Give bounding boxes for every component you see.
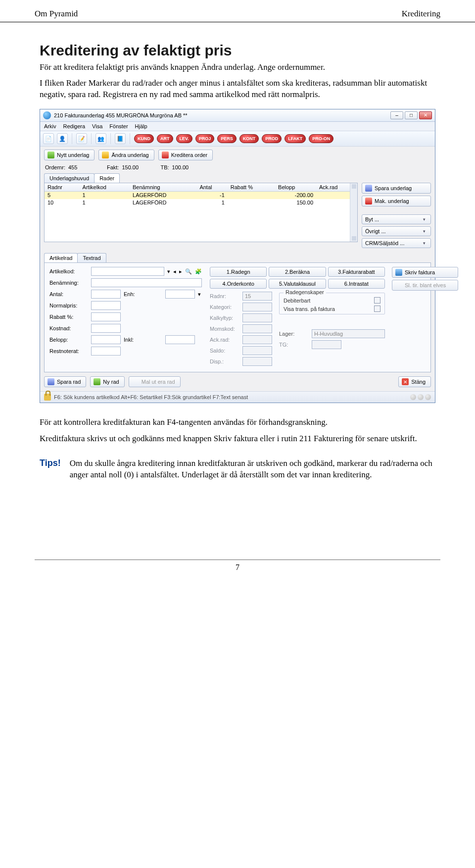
- pill-lfakt[interactable]: LFAKT: [285, 134, 306, 143]
- table-row[interactable]: 10 1 LAGERFÖRD 1 150.00: [45, 199, 357, 206]
- mal-rad-button: Mal ut era rad: [129, 376, 181, 387]
- artikelkod-input[interactable]: [91, 267, 164, 276]
- visatrans-checkbox[interactable]: [374, 306, 380, 312]
- separator: [72, 133, 72, 144]
- table-row[interactable]: 5 1 LAGERFÖRD -1 -200.00: [45, 192, 357, 199]
- tab-artikelrad[interactable]: Artikelrad: [44, 253, 78, 262]
- normalpris-input[interactable]: [91, 301, 121, 310]
- status-text: F6: Sök kundens artikelkod Alt+F6: Setar…: [54, 394, 248, 400]
- rabatt-input[interactable]: [91, 312, 121, 321]
- benamning-input[interactable]: [91, 278, 202, 287]
- skriv-faktura-button[interactable]: Skriv faktura: [392, 267, 458, 278]
- para-2: I fliken Rader Markerar du rad/rader och…: [40, 78, 435, 100]
- group-title: Radegenskaper: [284, 289, 326, 295]
- enh-input[interactable]: [165, 290, 195, 299]
- disabled-icon: [395, 282, 402, 289]
- lbl-artikelkod: Artikelkod:: [49, 268, 88, 274]
- lbl-enh: Enh:: [124, 291, 162, 297]
- btn-orderkonto[interactable]: 4.Orderkonto: [210, 279, 267, 289]
- save-icon: [365, 185, 372, 192]
- order-label: Ordernr:: [45, 164, 65, 170]
- byt-dropdown[interactable]: Byt ...: [362, 214, 431, 224]
- restnoterat-input[interactable]: [91, 347, 121, 356]
- tb-label: TB:: [160, 164, 169, 170]
- prev-icon[interactable]: ◂: [173, 268, 176, 275]
- btn-radegn[interactable]: 1.Radegn: [210, 267, 267, 277]
- dropdown-icon[interactable]: ▾: [167, 268, 170, 275]
- menu-visa[interactable]: Visa: [92, 123, 102, 129]
- inkl-input[interactable]: [165, 335, 195, 344]
- col-radnr[interactable]: Radnr: [45, 183, 80, 192]
- next-icon[interactable]: ▸: [179, 268, 182, 275]
- radnr-field: [242, 292, 272, 301]
- tips-label: Tips!: [40, 458, 61, 480]
- rows-grid[interactable]: Radnr Artikelkod Benämning Antal Rabatt …: [44, 183, 358, 242]
- tool-icon-3[interactable]: 📝: [76, 133, 87, 144]
- spara-rad-button[interactable]: Spara rad: [44, 376, 86, 387]
- ackrad-field: [242, 335, 272, 344]
- menu-fonster[interactable]: Fönster: [109, 123, 128, 129]
- edit-underlag-button[interactable]: Ändra underlag: [98, 150, 154, 160]
- col-rabatt[interactable]: Rabatt %: [228, 183, 275, 192]
- maximize-button[interactable]: □: [405, 111, 418, 119]
- debiterbart-checkbox[interactable]: [374, 297, 380, 304]
- belopp-input[interactable]: [91, 335, 121, 344]
- btn-valutaklausul[interactable]: 5.Valutaklausul: [269, 279, 326, 289]
- antal-input[interactable]: [91, 290, 121, 299]
- kostnad-input[interactable]: [91, 324, 121, 333]
- tool-icon-1[interactable]: 📄: [43, 133, 54, 144]
- pill-kont[interactable]: KONT: [239, 134, 259, 143]
- saldo-field: [242, 346, 272, 355]
- scrollbar[interactable]: [350, 183, 357, 242]
- col-belopp[interactable]: Belopp: [275, 183, 316, 192]
- pill-art[interactable]: ART: [157, 134, 173, 143]
- tree-icon[interactable]: 🧩: [195, 268, 202, 275]
- save-icon: [48, 378, 54, 385]
- menu-arkiv[interactable]: Arkiv: [44, 123, 56, 129]
- momskod-field: [242, 324, 272, 333]
- col-benamning[interactable]: Benämning: [130, 183, 196, 192]
- tab-textrad[interactable]: Textrad: [77, 253, 106, 262]
- tool-icon-5[interactable]: 📘: [115, 133, 126, 144]
- header-left: Om Pyramid: [35, 9, 78, 19]
- pill-lev[interactable]: LEV.: [176, 134, 192, 143]
- lbl-kalkyltyp: Kalkyltyp:: [210, 315, 239, 321]
- pill-kund[interactable]: KUND: [134, 134, 154, 143]
- stang-button[interactable]: ✕Stäng: [398, 376, 431, 387]
- tab-rader[interactable]: Rader: [94, 173, 120, 183]
- col-artikelkod[interactable]: Artikelkod: [80, 183, 130, 192]
- search-icon[interactable]: 🔍: [185, 268, 192, 275]
- pill-proon[interactable]: PRO-ON: [309, 134, 333, 143]
- dropdown-icon[interactable]: ▾: [198, 291, 201, 298]
- mak-underlag-button[interactable]: Mak. underlag: [362, 196, 431, 206]
- lbl-restnoterat: Restnoterat:: [49, 348, 88, 354]
- ovrigt-dropdown[interactable]: Övrigt ...: [362, 226, 431, 236]
- plus-icon: [94, 378, 100, 385]
- new-underlag-button[interactable]: Nytt underlag: [44, 150, 95, 160]
- para-1: För att kreditera felaktigt pris används…: [40, 62, 435, 73]
- col-antal[interactable]: Antal: [196, 183, 227, 192]
- btn-fakturarabatt[interactable]: 3.Fakturarabatt: [328, 267, 385, 277]
- ny-rad-button[interactable]: Ny rad: [90, 376, 124, 387]
- pill-pers[interactable]: PERS: [217, 134, 237, 143]
- minimize-button[interactable]: –: [390, 111, 403, 119]
- tab-underlagshuvud[interactable]: Underlagshuvud: [44, 173, 95, 183]
- tool-icon-2[interactable]: 👤: [57, 133, 68, 144]
- kalkyltyp-field: [242, 313, 272, 322]
- crm-dropdown[interactable]: CRM/Säljstöd ...: [362, 238, 431, 248]
- tg-field: [312, 340, 341, 349]
- tool-icon-4[interactable]: 👥: [95, 133, 106, 144]
- credit-order-button[interactable]: Kreditera order: [158, 150, 213, 160]
- close-button[interactable]: ✕: [419, 111, 432, 119]
- fakt-value: 150.00: [122, 164, 146, 170]
- btn-berakna[interactable]: 2.Beräkna: [269, 267, 326, 277]
- lbl-belopp: Belopp:: [49, 337, 88, 343]
- pill-prod[interactable]: PROD: [262, 134, 282, 143]
- pill-proj[interactable]: PROJ: [195, 134, 215, 143]
- save-underlag-button[interactable]: Spara underlag: [362, 183, 431, 194]
- disabled-button: Sl. tir. blant elves: [392, 280, 458, 291]
- btn-intrastat[interactable]: 6.Intrastat: [328, 279, 385, 289]
- lbl-disp: Disp.:: [210, 358, 239, 364]
- menu-hjalp[interactable]: Hjälp: [135, 123, 147, 129]
- menu-redigera[interactable]: Redigera: [63, 123, 85, 129]
